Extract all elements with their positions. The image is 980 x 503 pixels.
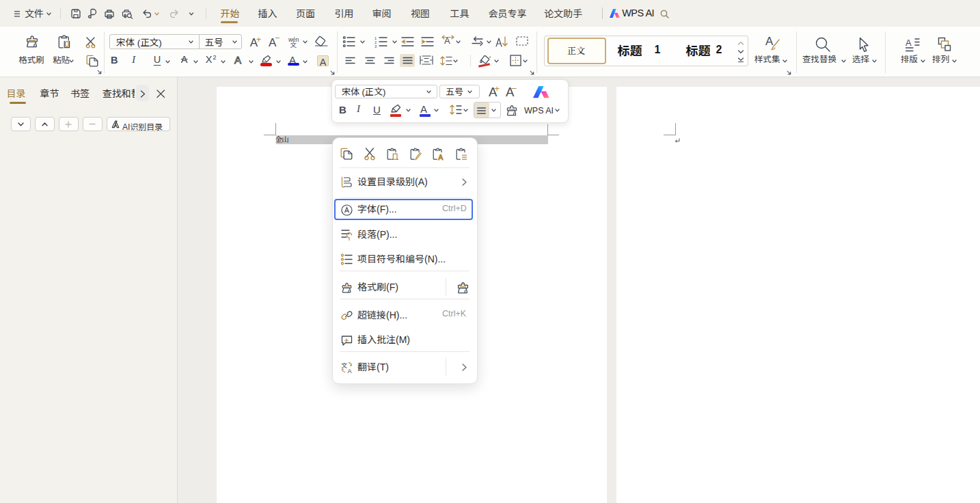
svg-text:A: A (906, 38, 912, 48)
svg-text:A: A (438, 153, 443, 161)
svg-text:文: 文 (341, 361, 347, 370)
svg-text:3: 3 (375, 44, 377, 48)
svg-text:A: A (347, 368, 351, 375)
